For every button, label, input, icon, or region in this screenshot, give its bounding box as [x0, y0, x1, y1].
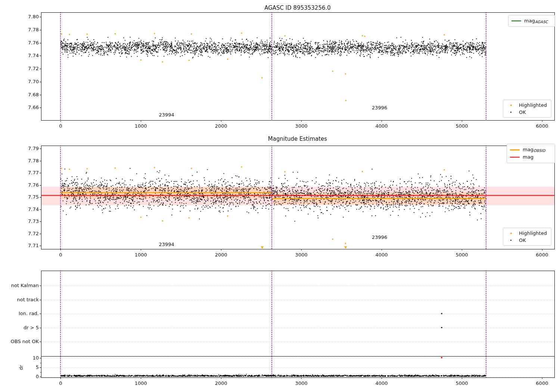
x-tick-label: 2000: [215, 123, 227, 129]
y-tick-label: 7.68: [13, 92, 39, 97]
legend-label: mag: [523, 154, 533, 160]
legend-row: Highlighted: [506, 102, 547, 108]
x-tick-label: 4000: [376, 380, 388, 386]
panel1-title: AGASC ID 895353256.0: [264, 4, 331, 11]
x-tick-label: 5000: [455, 123, 468, 129]
legend-label: magAGASC: [524, 18, 548, 24]
y-tick-label: 7.78: [13, 158, 39, 164]
dr-tick-label: 10: [13, 355, 39, 361]
x-tick-label: 0: [59, 380, 62, 386]
category-label: Ion. rad.: [1, 311, 39, 316]
x-tick-label: 4000: [376, 252, 388, 258]
legend-row: Highlighted: [506, 230, 547, 236]
legend-label: OK: [519, 237, 526, 243]
y-tick-label: 7.70: [13, 79, 39, 84]
legend-label: Highlighted: [519, 102, 547, 108]
y-tick-label: 7.79: [13, 146, 39, 151]
category-label: not Kalman: [1, 283, 39, 288]
legend-markers-1: Highlighted OK: [503, 100, 551, 118]
legend-row: magOBSID: [510, 147, 551, 153]
x-tick-label: 5000: [455, 380, 468, 386]
y-tick-label: 7.76: [13, 40, 39, 46]
figure: AGASC ID 895353256.0 Magnitude Estimates…: [0, 0, 560, 392]
y-tick-label: 7.72: [13, 231, 39, 236]
x-tick-label: 2000: [215, 380, 227, 386]
chart-canvas: [0, 0, 560, 392]
legend-markers-2: Highlighted OK: [503, 228, 551, 246]
x-tick-label: 0: [59, 252, 62, 258]
x-tick-label: 6000: [536, 252, 548, 258]
legend-mag-agasc: magAGASC: [508, 15, 555, 27]
annotation-obsid-23994: 23994: [159, 241, 174, 247]
legend-label: OK: [519, 109, 526, 115]
y-tick-label: 7.71: [13, 243, 39, 248]
panel2-title: Magnitude Estimates: [268, 136, 327, 142]
x-tick-label: 5000: [455, 252, 468, 258]
legend-label: Highlighted: [519, 230, 547, 236]
y-tick-label: 7.80: [13, 14, 39, 19]
x-tick-label: 2000: [215, 252, 227, 258]
y-tick-label: 7.75: [13, 194, 39, 200]
annotation-obsid-23996: 23996: [372, 105, 387, 111]
category-label: not track: [1, 297, 39, 302]
ok-dot-sample: [506, 110, 516, 115]
x-tick-label: 1000: [135, 380, 147, 386]
x-tick-label: 3000: [295, 123, 308, 129]
legend-row: OK: [506, 237, 547, 243]
legend-row: magAGASC: [511, 18, 551, 24]
x-tick-label: 6000: [536, 380, 548, 386]
dr-tick-label: 5: [13, 364, 39, 370]
x-tick-label: 6000: [536, 123, 548, 129]
dr-tick-label: 0: [13, 374, 39, 379]
legend-label: magOBSID: [523, 147, 545, 153]
ok-dot-sample: [506, 238, 516, 243]
y-tick-label: 7.72: [13, 66, 39, 71]
legend-row: OK: [506, 109, 547, 115]
x-tick-label: 3000: [295, 252, 308, 258]
y-tick-label: 7.73: [13, 218, 39, 224]
x-tick-label: 1000: [135, 252, 147, 258]
x-tick-label: 3000: [295, 380, 308, 386]
x-tick-label: 0: [59, 123, 62, 129]
red-line-sample: [510, 155, 520, 160]
y-tick-label: 7.66: [13, 105, 39, 110]
highlighted-dot-sample: [506, 103, 516, 108]
category-label: dr > 5: [1, 325, 39, 330]
y-tick-label: 7.74: [13, 206, 39, 212]
green-line-sample: [511, 18, 521, 24]
x-tick-label: 1000: [135, 123, 147, 129]
legend-row: mag: [510, 154, 551, 160]
y-tick-label: 7.77: [13, 170, 39, 175]
annotation-obsid-23996: 23996: [372, 234, 387, 240]
category-label: OBS not OK: [1, 339, 39, 344]
highlighted-dot-sample: [506, 231, 516, 236]
y-tick-label: 7.76: [13, 182, 39, 188]
annotation-obsid-23994: 23994: [159, 112, 174, 118]
y-tick-label: 7.74: [13, 53, 39, 58]
legend-mag-lines: magOBSID mag: [507, 144, 555, 163]
orange-line-sample: [510, 147, 520, 152]
x-tick-label: 4000: [376, 123, 388, 129]
y-tick-label: 7.78: [13, 27, 39, 32]
